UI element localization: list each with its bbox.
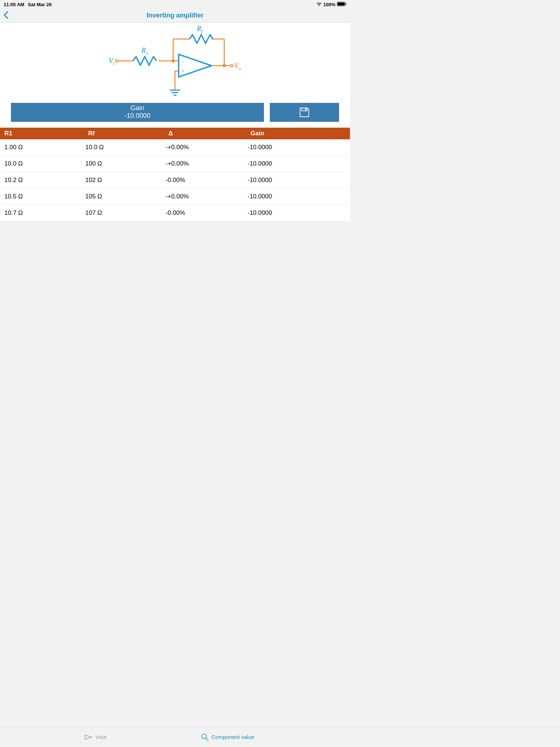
cell-gain: -10.0000 — [246, 193, 347, 200]
cell-r1: 10.0 Ω — [3, 160, 84, 167]
table-row[interactable]: 1.00 Ω10.0 Ω-+0.00%-10.0000 — [3, 139, 347, 156]
cell-rf: 105 Ω — [84, 193, 164, 200]
cell-gain: -10.0000 — [246, 209, 347, 217]
table-row[interactable]: 10.0 Ω100 Ω-+0.00%-10.0000 — [3, 156, 347, 172]
save-icon — [299, 107, 310, 118]
cell-r1: 10.5 Ω — [3, 193, 84, 200]
cell-r1: 1.00 Ω — [3, 144, 84, 151]
cell-delta: -+0.00% — [164, 193, 246, 200]
svg-rect-26 — [305, 109, 306, 111]
svg-point-14 — [116, 60, 118, 62]
header-delta: Δ — [164, 130, 246, 137]
wifi-icon — [316, 2, 322, 7]
battery-icon — [337, 2, 346, 7]
gain-button[interactable]: Gain -10.0000 — [11, 103, 264, 122]
status-time: 11:05 AM — [4, 2, 24, 7]
table-row[interactable]: 10.7 Ω107 Ω-0.00%-10.0000 — [3, 205, 347, 221]
cell-rf: 10.0 Ω — [84, 144, 164, 151]
cell-gain: -10.0000 — [246, 177, 347, 184]
gain-label: Gain — [11, 104, 264, 112]
back-button[interactable] — [3, 11, 9, 21]
header-r1: R1 — [0, 130, 84, 137]
svg-point-15 — [230, 65, 233, 67]
cell-rf: 100 Ω — [84, 160, 164, 167]
svg-text:Vi: Vi — [109, 57, 114, 66]
svg-rect-1 — [338, 3, 345, 5]
cell-delta: -0.00% — [164, 209, 246, 217]
status-battery-pct: 100% — [323, 2, 335, 7]
table-row[interactable]: 10.5 Ω105 Ω-+0.00%-10.0000 — [3, 189, 347, 205]
svg-text:R1: R1 — [141, 46, 148, 56]
svg-text:Rf: Rf — [197, 24, 203, 34]
save-button[interactable] — [270, 103, 339, 122]
status-date: Sat Mar 26 — [28, 2, 52, 7]
circuit-diagram: − + Vi R1 Rf Vo — [0, 23, 350, 103]
table-body: 1.00 Ω10.0 Ω-+0.00%-10.000010.0 Ω100 Ω-+… — [0, 139, 350, 221]
header-rf: Rf — [84, 130, 164, 137]
svg-text:−: − — [182, 59, 184, 64]
cell-gain: -10.0000 — [246, 160, 347, 167]
table-header: R1 Rf Δ Gain — [0, 128, 350, 139]
cell-delta: -+0.00% — [164, 160, 246, 167]
nav-bar: Inverting amplifier — [0, 9, 350, 23]
cell-delta: -+0.00% — [164, 144, 246, 151]
svg-text:+: + — [182, 68, 184, 74]
cell-rf: 102 Ω — [84, 177, 164, 184]
header-gain: Gain — [246, 130, 350, 137]
svg-text:Vo: Vo — [234, 62, 241, 71]
svg-point-13 — [223, 64, 226, 67]
gain-value: -10.0000 — [11, 112, 264, 120]
svg-rect-2 — [346, 3, 346, 5]
cell-gain: -10.0000 — [246, 144, 347, 151]
svg-point-12 — [172, 59, 175, 62]
table-row[interactable]: 10.2 Ω102 Ω-0.00%-10.0000 — [3, 172, 347, 189]
cell-r1: 10.7 Ω — [3, 209, 84, 217]
page-title: Inverting amplifier — [0, 12, 350, 19]
cell-delta: -0.00% — [164, 177, 246, 184]
status-bar: 11:05 AM Sat Mar 26 100% — [0, 0, 350, 9]
cell-r1: 10.2 Ω — [3, 177, 84, 184]
cell-rf: 107 Ω — [84, 209, 164, 217]
